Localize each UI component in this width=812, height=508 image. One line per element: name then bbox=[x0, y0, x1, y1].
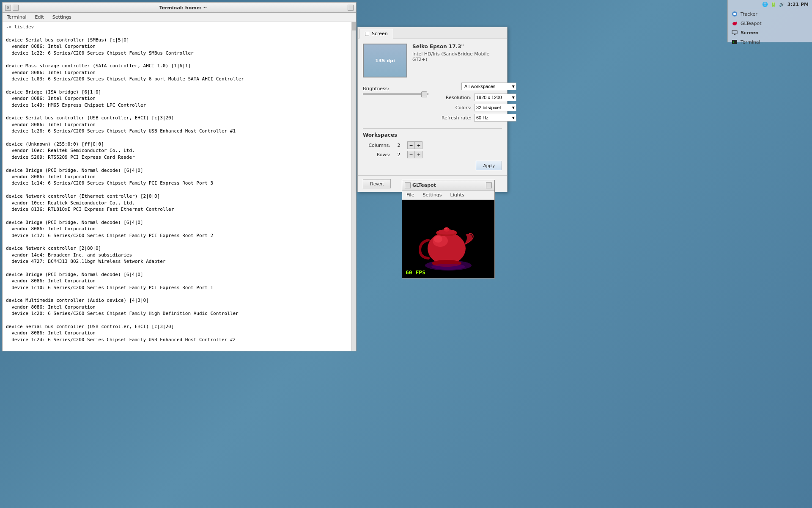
svg-point-4 bbox=[434, 236, 442, 243]
rows-increase-button[interactable]: + bbox=[415, 151, 422, 158]
screen-content: 135 dpi Seiko Epson 17.3" Intel HD/Iris … bbox=[358, 39, 507, 175]
svg-point-10 bbox=[431, 264, 465, 270]
taskbar-area: 🌐 🔋 🔊 3:21 PM Tracker GLTeapot Screen bbox=[727, 0, 812, 42]
columns-controls: − + bbox=[407, 141, 422, 149]
right-settings: All workspaces ▼ Resolution: 812 x 508 bbox=[433, 83, 516, 124]
workspace-dropdown[interactable]: All workspaces bbox=[461, 83, 516, 90]
brightness-section: Brightness: bbox=[363, 86, 428, 95]
screen-tab-label: Screen bbox=[372, 31, 388, 36]
rows-label: Rows: bbox=[363, 152, 390, 157]
rows-row: Rows: 2 − + bbox=[363, 151, 502, 158]
left-settings: Brightness: bbox=[363, 83, 428, 124]
colors-label: Colors: bbox=[433, 105, 472, 110]
terminal-taskbar-icon: $_ bbox=[731, 39, 738, 45]
glteapot-menu-file[interactable]: File bbox=[405, 192, 416, 198]
monitor-detail: Intel HD/Iris (SandyBridge Mobile GT2+) bbox=[412, 51, 502, 62]
terminal-menu-edit[interactable]: Edit bbox=[33, 14, 46, 20]
glteapot-menu-lights[interactable]: Lights bbox=[449, 192, 466, 198]
brightness-label: Brightness: bbox=[363, 86, 428, 91]
monitor-dpi: 135 dpi bbox=[375, 58, 395, 64]
apply-button[interactable]: Apply bbox=[476, 161, 502, 170]
refresh-dropdown[interactable]: 60 Hz bbox=[474, 114, 516, 121]
brightness-slider[interactable] bbox=[363, 93, 428, 95]
terminal-content: -> listdev device Serial bus controller … bbox=[3, 22, 356, 351]
colors-dropdown-wrapper: 32 bits/pixel ▼ bbox=[474, 104, 516, 111]
terminal-zoom-button[interactable] bbox=[348, 5, 354, 11]
monitor-info: Seiko Epson 17.3" Intel HD/Iris (SandyBr… bbox=[412, 44, 502, 77]
svg-point-12 bbox=[733, 13, 736, 15]
glteapot-menubar: File Settings Lights bbox=[402, 190, 494, 200]
terminal-close-button[interactable]: ✕ bbox=[5, 5, 11, 11]
workspaces-title: Workspaces bbox=[363, 132, 502, 138]
rows-controls: − + bbox=[407, 151, 422, 158]
monitor-name: Seiko Epson 17.3" bbox=[412, 44, 502, 50]
terminal-command-line: -> listdev bbox=[6, 24, 353, 30]
tray-volume-icon: 🔊 bbox=[779, 2, 785, 7]
tray-battery-icon: 🔋 bbox=[771, 2, 776, 7]
svg-point-13 bbox=[732, 22, 737, 25]
refresh-label: Refresh rate: bbox=[433, 115, 472, 121]
resolution-dropdown[interactable]: 812 x 508 bbox=[474, 94, 516, 101]
rows-value: 2 bbox=[394, 152, 404, 157]
columns-decrease-button[interactable]: − bbox=[407, 141, 415, 149]
fps-display: 60 FPS bbox=[406, 269, 425, 276]
glteapot-menu-settings[interactable]: Settings bbox=[421, 192, 443, 198]
workspaces-section: Workspaces Columns: 2 − + Rows: 2 − + bbox=[363, 128, 502, 170]
tray-top: 🌐 🔋 🔊 3:21 PM bbox=[728, 0, 812, 9]
glteapot-taskbar-label: GLTeapot bbox=[741, 21, 762, 26]
colors-dropdown[interactable]: 32 bits/pixel bbox=[474, 104, 516, 111]
taskbar-item-screen[interactable]: Screen bbox=[728, 28, 812, 37]
glteapot-close-button[interactable] bbox=[405, 182, 411, 188]
resolution-dropdown-wrapper: 812 x 508 ▼ bbox=[474, 94, 516, 101]
terminal-menu-terminal[interactable]: Terminal bbox=[5, 14, 28, 20]
screen-tab[interactable]: Screen bbox=[359, 29, 393, 39]
settings-area: Brightness: All workspaces bbox=[363, 83, 502, 124]
terminal-menubar: Terminal Edit Settings bbox=[3, 13, 356, 22]
screen-settings-window: Screen 135 dpi Seiko Epson 17.3" Intel H… bbox=[357, 27, 508, 192]
svg-rect-14 bbox=[732, 30, 737, 34]
taskbar-item-terminal[interactable]: $_ Terminal bbox=[728, 37, 812, 47]
terminal-titlebar: ✕ Terminal: home: ~ bbox=[3, 3, 356, 13]
columns-value: 2 bbox=[394, 143, 404, 148]
glteapot-zoom-button[interactable] bbox=[486, 182, 492, 188]
tray-network-icon: 🌐 bbox=[762, 2, 768, 7]
columns-increase-button[interactable]: + bbox=[415, 141, 422, 149]
terminal-title: Terminal: home: ~ bbox=[159, 5, 207, 11]
terminal-minimize-button[interactable] bbox=[13, 5, 19, 11]
monitor-preview: 135 dpi bbox=[363, 44, 407, 77]
terminal-taskbar-label: Terminal bbox=[741, 39, 760, 45]
teapot-svg bbox=[402, 200, 494, 278]
glteapot-titlebar: GLTeapot bbox=[402, 180, 494, 190]
glteapot-window: GLTeapot File Settings Lights bbox=[402, 180, 495, 279]
desktop: ✕ Terminal: home: ~ Terminal Edit Settin… bbox=[0, 0, 812, 508]
svg-point-2 bbox=[428, 232, 466, 265]
monitor-section: 135 dpi Seiko Epson 17.3" Intel HD/Iris … bbox=[363, 44, 502, 77]
screen-tabs: Screen bbox=[358, 27, 507, 39]
revert-button[interactable]: Revert bbox=[363, 179, 391, 188]
workspace-dropdown-wrapper: All workspaces ▼ bbox=[461, 83, 516, 90]
resolution-label: Resolution: bbox=[433, 95, 472, 100]
svg-text:$_: $_ bbox=[732, 41, 736, 44]
workspace-dropdown-row: All workspaces ▼ bbox=[433, 83, 516, 90]
svg-point-7 bbox=[444, 227, 450, 232]
brightness-thumb[interactable] bbox=[421, 91, 427, 97]
tracker-icon bbox=[731, 11, 738, 17]
screen-taskbar-label: Screen bbox=[741, 30, 759, 36]
colors-row: Colors: 32 bits/pixel ▼ bbox=[433, 104, 516, 111]
terminal-menu-settings[interactable]: Settings bbox=[51, 14, 73, 20]
terminal-output: device Serial bus controller (SMBus) [c|… bbox=[6, 30, 353, 351]
rows-decrease-button[interactable]: − bbox=[407, 151, 415, 158]
taskbar-item-tracker[interactable]: Tracker bbox=[728, 9, 812, 19]
apply-button-area: Apply bbox=[363, 161, 502, 170]
terminal-scroll-thumb[interactable] bbox=[352, 22, 356, 30]
screen-tab-checkbox[interactable] bbox=[365, 32, 369, 36]
taskbar-item-glteapot[interactable]: GLTeapot bbox=[728, 19, 812, 28]
refresh-dropdown-wrapper: 60 Hz ▼ bbox=[474, 114, 516, 121]
terminal-scrollbar[interactable] bbox=[351, 22, 356, 351]
glteapot-canvas: 60 FPS bbox=[402, 200, 494, 278]
tray-time: 3:21 PM bbox=[787, 2, 809, 7]
svg-point-8 bbox=[444, 228, 447, 229]
tracker-label: Tracker bbox=[741, 11, 757, 17]
glteapot-icon bbox=[731, 20, 738, 27]
columns-row: Columns: 2 − + bbox=[363, 141, 502, 149]
